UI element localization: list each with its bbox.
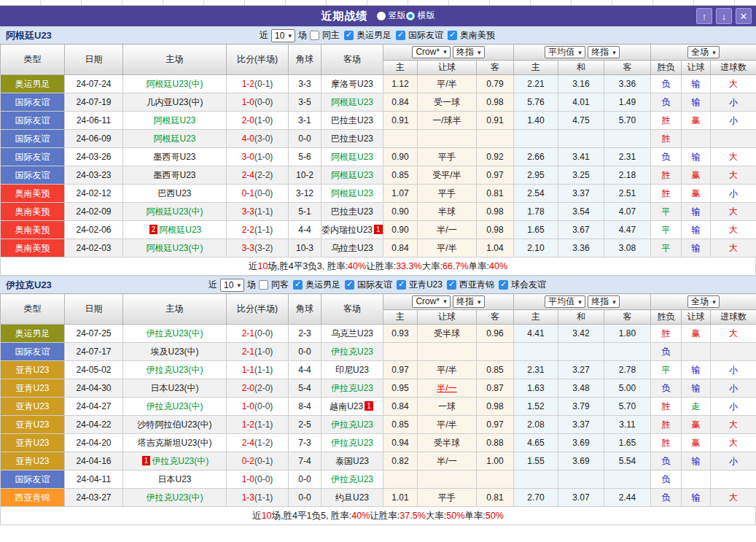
handicap-home-odds: 0.84 — [383, 398, 418, 416]
halftime-score: (0-0) — [254, 97, 273, 107]
match-row: 国际友谊24-06-11阿根廷U232-0(1-0)3-1巴拉圭U230.91一… — [1, 112, 756, 130]
match-type-cell: 奥南美预 — [1, 185, 65, 203]
stats-summary: 近10场,胜4平1负5, 胜率:40% 让胜率:37.5% 大率:50% 单率:… — [0, 507, 756, 525]
match-count-select[interactable]: 10▾ — [271, 29, 295, 42]
avg-draw-odds: 3.69 — [558, 452, 604, 471]
result-group-header: 全场▾ — [651, 44, 756, 61]
result-over-under: 小 — [711, 93, 756, 112]
titlebar-buttons: ↑↓✕ — [696, 8, 752, 24]
summary-text: 让胜率: — [370, 510, 400, 522]
odds-stage-select[interactable]: 终指▾ — [453, 46, 485, 58]
focus-team-name: 阿根廷U23 — [331, 188, 373, 198]
sub-col-header: 客 — [604, 61, 651, 75]
move-down-button[interactable]: ↓ — [716, 8, 732, 24]
avg-home-odds: 2.10 — [514, 239, 558, 258]
away-team-cell: 乌克兰U23 — [322, 325, 383, 343]
odds-company-select[interactable]: Crow*▾ — [412, 46, 450, 58]
league-checkbox[interactable] — [344, 31, 354, 40]
sub-col-header: 胜负 — [651, 310, 682, 325]
league-label: 亚青U23 — [409, 279, 443, 291]
select-value: 10 — [224, 280, 233, 290]
home-team-cell: 2阿根廷U23 — [123, 221, 227, 239]
sub-col-header: 和 — [558, 310, 604, 325]
corner-count: 3-1 — [289, 112, 322, 130]
result-handicap: 输 — [682, 489, 711, 507]
score-cell: 2-1(0-0) — [227, 325, 289, 343]
chevron-down-icon: ▾ — [612, 298, 616, 306]
result-win-draw-loss: 负 — [651, 452, 682, 471]
avg-home-odds: 2.08 — [514, 416, 558, 434]
handicap-line: 受半球 — [418, 434, 477, 452]
same-venue-checkbox[interactable] — [310, 31, 319, 40]
col-header-date: 日期 — [65, 44, 123, 75]
summary-stat-value: 10 — [262, 511, 272, 521]
avg-draw-odds: 3.41 — [558, 148, 604, 166]
layout-radio-option[interactable]: 竖版 — [377, 9, 406, 22]
corner-count: 8-4 — [289, 398, 322, 416]
match-type-cell: 奥南美预 — [1, 221, 65, 239]
match-row: 奥运男足24-07-25伊拉克U23(中)2-1(0-0)2-3乌克兰U230.… — [1, 325, 756, 343]
avg-draw-odds: 3.36 — [558, 239, 604, 258]
handicap-line: 一/球半 — [418, 112, 477, 130]
league-checkbox[interactable] — [499, 280, 508, 290]
league-checkbox[interactable] — [397, 280, 406, 290]
corner-count: 0-0 — [289, 489, 322, 507]
corner-count: 4-4 — [289, 221, 322, 239]
fulltime-score: 2-2 — [242, 225, 254, 235]
same-venue-checkbox[interactable] — [259, 280, 268, 290]
layout-radio-selected[interactable]: 横版 — [406, 9, 435, 22]
result-handicap: 赢 — [682, 434, 711, 452]
result-win-draw-loss: 胜 — [651, 112, 682, 130]
handicap-line: 受半球 — [418, 325, 477, 343]
odds-company-select[interactable]: Crow*▾ — [412, 295, 450, 308]
league-checkbox[interactable] — [293, 280, 303, 290]
result-win-draw-loss: 负 — [651, 75, 682, 93]
league-checkbox[interactable] — [345, 280, 354, 290]
select-value: 全场 — [691, 46, 709, 58]
avg-draw-odds: 3.48 — [558, 379, 604, 398]
team-name: 巴拉圭U23 — [331, 115, 373, 125]
league-checkbox[interactable] — [447, 280, 456, 290]
handicap-home-odds — [383, 343, 418, 361]
result-over-under: 大 — [711, 148, 756, 166]
home-team-cell: 阿根廷U23 — [123, 130, 227, 148]
handicap-away-odds: 0.85 — [477, 361, 514, 379]
avg-stage-select[interactable]: 终指▾ — [588, 46, 620, 58]
chevron-down-icon: ▾ — [578, 49, 582, 56]
home-team-cell: 阿根廷U23(中) — [123, 239, 227, 258]
match-type-cell: 奥南美预 — [1, 239, 65, 258]
result-handicap: 输 — [682, 361, 711, 379]
match-date: 24-05-02 — [65, 361, 123, 379]
match-date: 24-07-17 — [65, 343, 123, 361]
match-count-select[interactable]: 10▾ — [220, 279, 244, 292]
fulltime-score: 2-1 — [242, 347, 254, 357]
result-over-under: 小 — [711, 452, 756, 471]
odds-stage-select[interactable]: 终指▾ — [453, 295, 485, 308]
filter-bar: 近10▾场同主奥运男足国际友谊奥南美预 — [260, 29, 496, 42]
halftime-score: (0-0) — [254, 188, 273, 198]
select-value: 终指 — [591, 46, 609, 58]
away-team-cell: 伊拉克U23 — [322, 343, 383, 361]
league-checkbox[interactable] — [448, 31, 457, 40]
scope-select[interactable]: 全场▾ — [687, 46, 720, 58]
close-button[interactable]: ✕ — [736, 8, 752, 24]
match-date: 24-06-11 — [65, 112, 123, 130]
fulltime-score: 1-0 — [242, 474, 254, 484]
match-row: 国际友谊24-04-11日本U231-0(0-0)0-0伊拉克U23负 — [1, 471, 756, 489]
halftime-score: (0-1) — [254, 456, 273, 466]
avg-source-select[interactable]: 平均值▾ — [545, 295, 585, 308]
handicap-home-odds: 0.85 — [383, 416, 418, 434]
sub-col-header: 胜负 — [651, 61, 682, 75]
avg-stage-select[interactable]: 终指▾ — [588, 295, 620, 308]
handicap-line: 一球 — [418, 398, 477, 416]
league-label: 奥运男足 — [356, 29, 391, 42]
corner-count: 2-5 — [289, 416, 322, 434]
avg-source-select[interactable]: 平均值▾ — [545, 46, 585, 58]
fulltime-score: 2-4 — [242, 438, 254, 448]
league-checkbox[interactable] — [396, 31, 405, 40]
move-up-button[interactable]: ↑ — [696, 8, 712, 24]
match-row: 亚青U2324-04-161伊拉克U23(中)0-2(0-1)7-4泰国U230… — [1, 452, 756, 471]
away-team-cell: 摩洛哥U23 — [322, 75, 383, 93]
scope-select[interactable]: 全场▾ — [687, 295, 720, 308]
result-handicap — [682, 471, 711, 489]
